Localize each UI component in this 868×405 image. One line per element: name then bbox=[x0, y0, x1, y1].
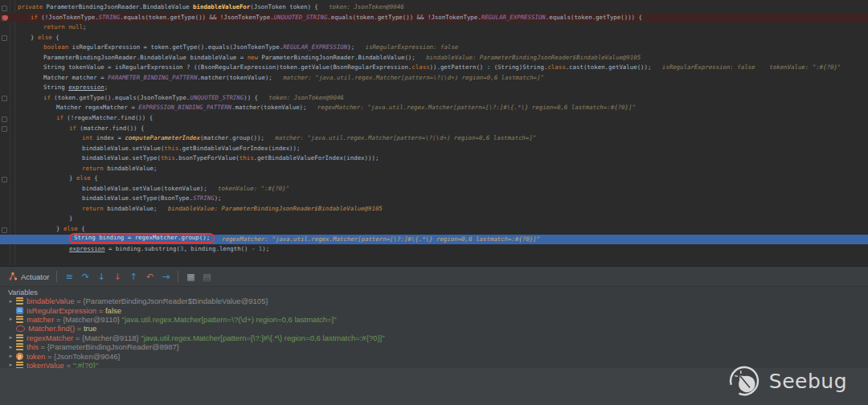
breakpoint-dot[interactable] bbox=[2, 15, 8, 21]
toolbar-separator bbox=[56, 271, 57, 282]
code-line[interactable]: return bindableValue; bbox=[0, 164, 868, 174]
force-step-into-button[interactable]: ↓ bbox=[109, 268, 125, 284]
code-editor[interactable]: private ParameterBindingJsonReader.Binda… bbox=[0, 0, 868, 266]
code-line[interactable]: bindableValue.setValue(tokenValue); toke… bbox=[0, 184, 868, 194]
code-line[interactable]: bindableValue.setType(this.bsonTypeForVa… bbox=[0, 153, 868, 164]
variable-name: matcher bbox=[27, 315, 54, 324]
field-icon bbox=[16, 343, 23, 350]
code-line[interactable]: String expression; bbox=[0, 83, 868, 93]
code-token: int bbox=[82, 134, 96, 141]
breakpoint-line[interactable]: if (!JsonTokenType.STRING.equals(token.g… bbox=[0, 13, 868, 23]
code-token: bindableValue.setValue(tokenValue); bbox=[82, 185, 207, 192]
code-token: bindableValue: ParameterBindingJsonReade… bbox=[416, 54, 641, 61]
variable-object-ref: {ParameterBindingJsonReader@8987} bbox=[47, 342, 179, 351]
drop-frame-button[interactable]: ↶ bbox=[141, 268, 158, 284]
show-execution-point-button[interactable]: ≡ bbox=[61, 268, 77, 284]
execution-line[interactable]: String binding = regexMatcher.group(); r… bbox=[0, 235, 868, 245]
highlight-annotation-box: String binding = regexMatcher.group(); bbox=[69, 233, 215, 243]
step-into-button[interactable]: ↓ bbox=[93, 268, 109, 284]
variable-row[interactable]: ▸bindableValue = {ParameterBindingJsonRe… bbox=[0, 297, 868, 305]
run-to-cursor-button[interactable]: →I bbox=[158, 268, 174, 284]
code-token: .matcher(tokenValue); bbox=[197, 74, 272, 81]
evaluate-expression-button[interactable]: ▦ bbox=[182, 268, 199, 284]
layout-settings-icon: ▤ bbox=[203, 272, 211, 282]
variable-object-ref: {Matcher@9118} bbox=[82, 333, 141, 342]
code-line[interactable]: Matcher matcher = PARAMETER_BINDING_PATT… bbox=[0, 73, 868, 84]
code-token: private bbox=[18, 3, 47, 10]
variable-row[interactable]: ▸this = {ParameterBindingJsonReader@8987… bbox=[0, 342, 868, 351]
code-token: if bbox=[31, 14, 41, 21]
variable-row[interactable]: ▸regexMatcher = {Matcher@9118} "java.uti… bbox=[0, 333, 868, 342]
expand-chevron-icon[interactable]: ▸ bbox=[6, 298, 15, 305]
code-token: class bbox=[411, 63, 429, 71]
expand-chevron-icon[interactable]: ▸ bbox=[6, 316, 15, 322]
seebug-logo: Seebug bbox=[727, 363, 847, 399]
code-token: } bbox=[69, 174, 76, 182]
code-token: ); bbox=[215, 194, 222, 202]
variable-string-value: "java.util.regex.Matcher[pattern=\?(\d+)… bbox=[122, 315, 337, 324]
code-token: STRING bbox=[193, 194, 215, 202]
seebug-logo-text: Seebug bbox=[769, 370, 847, 393]
code-token: String binding = regexMatcher.group(); bbox=[74, 234, 210, 241]
debug-session-tab[interactable]: Actuator bbox=[5, 268, 52, 284]
code-token: return bbox=[82, 205, 107, 212]
seebug-bug-icon bbox=[727, 363, 762, 399]
code-token: )).getPattern() : (String)String. bbox=[430, 63, 548, 71]
code-token: Matcher regexMatcher = bbox=[56, 104, 138, 111]
drop-frame-icon: ↶ bbox=[146, 272, 154, 282]
code-token: boolean bbox=[43, 43, 72, 51]
code-line[interactable]: if (token.getType().equals(JsonTokenType… bbox=[0, 93, 868, 104]
layout-settings-button[interactable]: ▤ bbox=[199, 268, 215, 284]
show-execution-point-icon: ≡ bbox=[66, 272, 73, 282]
debugger-panel: Actuator ≡↷↓↓↑↶→I▦▤ Variables ▸bindableV… bbox=[0, 266, 868, 405]
code-line[interactable]: return bindableValue; bindableValue: Par… bbox=[0, 204, 868, 215]
variable-row[interactable]: 01isRegularExpression = false bbox=[0, 305, 868, 314]
code-token: if bbox=[43, 94, 54, 101]
code-line[interactable]: String tokenValue = isRegularExpression … bbox=[0, 63, 868, 73]
code-line[interactable]: return null; bbox=[0, 22, 868, 33]
code-line[interactable]: } else { bbox=[0, 33, 868, 43]
code-line[interactable]: boolean isRegularExpression = token.getT… bbox=[0, 43, 868, 53]
code-token: .equals(token.getType())) { bbox=[546, 14, 642, 21]
code-line[interactable]: int index = computeParameterIndex(matche… bbox=[0, 133, 868, 144]
code-line[interactable]: } bbox=[0, 214, 868, 224]
code-token: token: JsonToken@9046 bbox=[318, 3, 404, 10]
step-over-button[interactable]: ↷ bbox=[77, 268, 93, 284]
force-step-into-icon: ↓ bbox=[114, 272, 121, 282]
expand-chevron-icon[interactable]: ▸ bbox=[6, 344, 15, 350]
code-token: else bbox=[38, 34, 52, 41]
code-line[interactable]: Matcher regexMatcher = EXPRESSION_BINDIN… bbox=[0, 103, 868, 113]
equals-sign: = bbox=[96, 306, 105, 315]
code-line[interactable]: bindableValue.setType(BsonType.STRING); bbox=[0, 194, 868, 204]
code-token: = binding.substring( bbox=[105, 245, 180, 252]
code-line[interactable]: ParameterBindingJsonReader.BindableValue… bbox=[0, 53, 868, 63]
code-line[interactable]: private ParameterBindingJsonReader.Binda… bbox=[0, 2, 868, 13]
expand-chevron-icon[interactable]: ▸ bbox=[6, 353, 15, 359]
variable-name: regexMatcher bbox=[27, 333, 73, 342]
variable-row[interactable]: Matcher.find() = true bbox=[0, 324, 868, 333]
expand-chevron-icon[interactable]: ▸ bbox=[6, 334, 15, 341]
code-token: new bbox=[248, 54, 262, 61]
code-token: REGULAR_EXPRESSION bbox=[481, 14, 546, 21]
code-line[interactable]: if (matcher.find()) { bbox=[0, 124, 868, 134]
code-token: ; bbox=[83, 23, 86, 31]
step-out-button[interactable]: ↑ bbox=[125, 268, 141, 284]
variable-row[interactable]: ▸ptoken = {JsonToken@9046} bbox=[0, 351, 868, 360]
code-line[interactable]: if (!regexMatcher.find()) { bbox=[0, 113, 868, 124]
code-line[interactable]: bindableValue.setValue(this.getBindableV… bbox=[0, 144, 868, 154]
run-to-cursor-icon-sub: I bbox=[169, 274, 170, 280]
code-token: index = bbox=[96, 134, 125, 141]
code-token: this bbox=[164, 145, 178, 152]
code-token: REGULAR_EXPRESSION bbox=[283, 43, 347, 51]
code-line[interactable]: } else { bbox=[0, 174, 868, 184]
equals-sign: = bbox=[54, 315, 63, 324]
watch-icon bbox=[16, 325, 25, 333]
code-token: return bbox=[82, 165, 107, 172]
code-token: EXPRESSION_BINDING_PATTERN bbox=[138, 104, 231, 111]
variable-row[interactable]: ▸matcher = {Matcher@9110} "java.util.reg… bbox=[0, 315, 868, 324]
code-line[interactable]: expression = binding.substring(3, bindin… bbox=[0, 244, 868, 255]
code-token: String tokenValue = isRegularExpression … bbox=[43, 63, 411, 71]
code-token: bindableValue; bbox=[107, 165, 157, 172]
variables-list: ▸bindableValue = {ParameterBindingJsonRe… bbox=[0, 297, 868, 370]
code-token: isRegularExpression: false bbox=[354, 43, 458, 51]
